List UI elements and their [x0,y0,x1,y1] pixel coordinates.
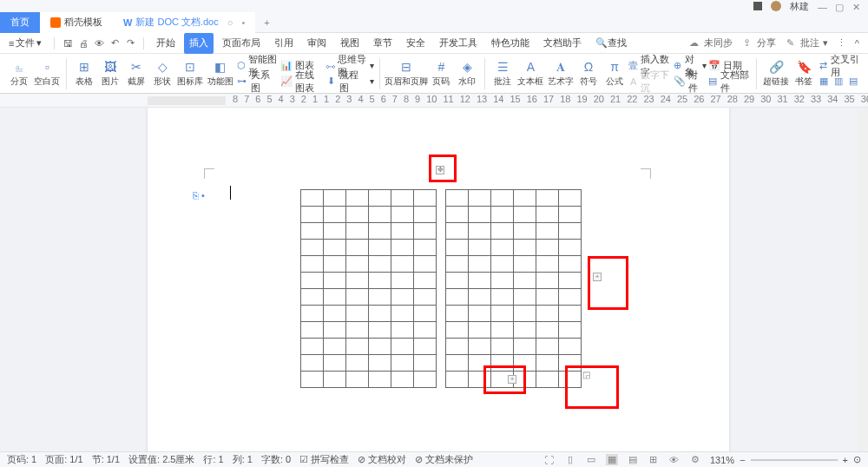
table-resize-icon[interactable]: ◲ [582,372,590,380]
btn-flowchart[interactable]: ⬇流程图▾ [326,75,374,89]
textbox-icon: A [527,59,535,75]
btn-shapes[interactable]: ◇形状 [150,56,174,91]
table-left[interactable] [300,189,437,388]
status-protect[interactable]: ⊘ 文档未保护 [415,453,473,466]
btn-screenshot[interactable]: ✂截屏 [124,56,148,91]
btn-pagenum[interactable]: #页码 [429,56,453,91]
btn-symbol[interactable]: Ω符号 [576,56,601,91]
ruler-horizontal[interactable]: 8765432112345678910111213141516171819202… [0,94,868,108]
maximize-icon[interactable]: ▢ [835,2,844,10]
btn-watermark[interactable]: ◈水印 [455,56,479,91]
table-container[interactable] [300,189,437,388]
menu-dev[interactable]: 开发工具 [434,33,483,54]
btn-funcchart[interactable]: ◧功能图 [207,56,234,91]
table-right[interactable] [445,189,582,388]
zoom-out-icon[interactable]: − [740,455,745,465]
status-pages[interactable]: 页面: 1/1 [45,453,82,466]
btn-hyperlink[interactable]: 🔗超链接 [762,56,790,91]
eye-protect-icon[interactable]: 👁 [668,455,681,465]
status-section[interactable]: 节: 1/1 [92,453,120,466]
settings-icon[interactable]: ⚙ [689,454,701,465]
menu-bar: ≡ 文件 ▾ 🖫 🖨 👁 ↶ ↷ 开始 插入 页面布局 引用 审阅 视图 章节 … [0,33,868,54]
view-web-icon[interactable]: ⊞ [648,454,660,465]
tab-document[interactable]: W新建 DOC 文档.doc○• [113,12,255,33]
save-icon[interactable]: 🖫 [62,38,74,49]
iconlib-icon: ⊡ [185,59,195,75]
zoom-control[interactable]: 131% − + ⊙ [710,454,861,465]
paragraph-mark-icon: ⎘ • [193,190,205,201]
undo-icon[interactable]: ↶ [108,37,121,49]
scrollbar-vertical[interactable] [858,108,868,451]
btn-headerfooter[interactable]: ⊟页眉和页脚 [385,56,428,91]
btn-iconlib[interactable]: ⊡图标库 [176,56,204,91]
btn-wordart[interactable]: 𝐀艺术字 [547,56,575,91]
btn-blankpage[interactable]: ▫空白页 [33,56,61,91]
close-icon[interactable]: ✕ [852,2,861,10]
status-page[interactable]: 页码: 1 [7,453,36,466]
menu-review[interactable]: 审阅 [302,33,332,54]
zoom-slider[interactable] [751,459,838,461]
menu-assistant[interactable]: 文档助手 [538,33,587,54]
tab-add[interactable]: + [255,12,278,33]
table-handle-move-icon[interactable]: ✥ [436,166,444,174]
daoke-icon [50,17,61,28]
preview-icon[interactable]: 👁 [93,38,105,49]
expand-icon[interactable]: ^ [855,38,859,49]
table-add-row-icon[interactable]: + [508,375,516,384]
btn-bookmark[interactable]: 🔖书签 [792,56,816,91]
btn-pagebreak[interactable]: ⎁分页 [7,56,31,91]
more-icon[interactable]: ⋮ [837,37,846,49]
status-setval[interactable]: 设置值: 2.5厘米 [128,453,194,466]
titlebar: 林建 — ▢ ✕ [0,0,868,12]
user-avatar[interactable] [771,1,781,11]
menu-feature[interactable]: 特色功能 [486,33,535,54]
menu-view[interactable]: 视图 [335,33,365,54]
btn-docparts[interactable]: ▤文档部件 [708,75,752,89]
zoom-fit-icon[interactable]: ⊙ [853,454,861,465]
menu-search[interactable]: 🔍 查找 [590,33,632,54]
pagenum-icon: # [438,59,445,75]
status-chars[interactable]: 字数: 0 [261,453,291,466]
tab-close-icon[interactable]: • [241,17,245,28]
menu-layout[interactable]: 页面布局 [217,33,266,54]
menu-start[interactable]: 开始 [151,33,181,54]
view-page-icon[interactable]: ▦ [606,454,618,465]
comment-button[interactable]: ✎批注 ▾ [785,36,828,49]
fullscreen-icon[interactable]: ⛶ [543,455,556,465]
sync-status[interactable]: ☁未同步 [688,36,733,49]
menu-insert[interactable]: 插入 [184,33,214,54]
username[interactable]: 林建 [790,0,809,13]
watermark-icon: ◈ [463,59,472,75]
status-spellcheck[interactable]: ☑ 拼写检查 [299,453,349,466]
btn-comment[interactable]: ☰批注 [490,56,515,91]
comment-icon: ✎ [785,37,797,49]
status-row[interactable]: 行: 1 [203,453,223,466]
menu-section[interactable]: 章节 [368,33,398,54]
minimize-icon[interactable]: — [818,2,826,10]
btn-equation[interactable]: π公式 [602,56,627,91]
btn-onlinechart[interactable]: 📈在线图表 [280,75,324,89]
share-button[interactable]: ⇪分享 [741,36,776,49]
btn-crossref[interactable]: ⇄交叉引用 [818,59,861,73]
menu-reference[interactable]: 引用 [269,33,299,54]
table-add-col-icon[interactable]: + [593,273,602,281]
print-icon[interactable]: 🖨 [77,38,89,49]
menu-security[interactable]: 安全 [401,33,431,54]
table-container-2[interactable] [445,189,582,388]
view-mobile-icon[interactable]: ▯ [564,454,576,465]
btn-relation[interactable]: ⊶关系图 [236,75,279,89]
tab-home[interactable]: 首页 [0,12,40,33]
view-toggles[interactable]: ▦▥▤ [818,75,861,89]
view-outline-icon[interactable]: ▤ [627,454,639,465]
btn-picture[interactable]: 🖼图片 [98,56,122,91]
status-col[interactable]: 列: 1 [233,453,253,466]
view-read-icon[interactable]: ▭ [585,454,597,465]
btn-textbox[interactable]: A文本框 [516,56,544,91]
btn-table[interactable]: ⊞表格 [72,56,96,91]
btn-attach[interactable]: 📎附件 [674,75,707,89]
status-proof[interactable]: ⊘ 文档校对 [358,453,406,466]
tab-daoke[interactable]: 稻壳模板 [40,12,113,33]
file-menu[interactable]: ≡ 文件 ▾ [9,36,42,49]
redo-icon[interactable]: ↷ [124,37,136,49]
zoom-in-icon[interactable]: + [843,455,848,465]
